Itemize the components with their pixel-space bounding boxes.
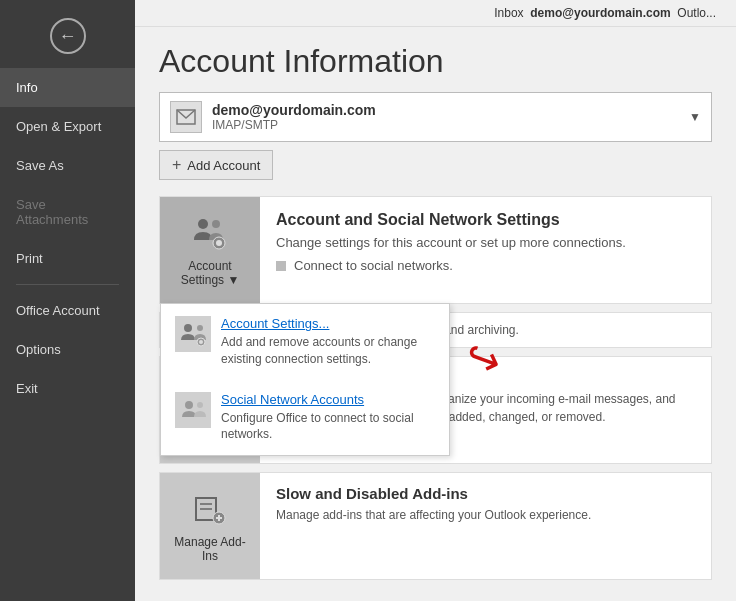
dropdown-item-account-settings[interactable]: Account Settings... Add and remove accou… — [161, 304, 449, 380]
svg-point-6 — [197, 325, 203, 331]
account-dropdown-arrow-icon[interactable]: ▼ — [689, 110, 701, 124]
content-area: demo@yourdomain.com IMAP/SMTP ▼ + Add Ac… — [135, 92, 736, 601]
account-settings-dropdown: Account Settings... Add and remove accou… — [160, 303, 450, 456]
svg-point-1 — [198, 219, 208, 229]
addins-icon — [190, 489, 230, 529]
account-settings-desc: Change settings for this account or set … — [276, 235, 695, 250]
addins-icon-box[interactable]: Manage Add-Ins — [160, 473, 260, 579]
sidebar-divider — [16, 284, 119, 285]
connect-social-text: Connect to social networks. — [294, 258, 453, 273]
inbox-label: Inbox — [494, 6, 523, 20]
sidebar-item-save-attachments: Save Attachments — [0, 185, 135, 239]
svg-point-10 — [197, 402, 203, 408]
account-settings-content: Account and Social Network Settings Chan… — [260, 197, 711, 303]
addins-svg-icon — [191, 490, 229, 528]
bullet-icon — [276, 261, 286, 271]
plus-icon: + — [172, 156, 181, 174]
addins-content: Slow and Disabled Add-ins Manage add-ins… — [260, 473, 711, 579]
back-button[interactable]: ← — [50, 18, 86, 54]
people-gear-icon — [190, 214, 230, 252]
sidebar-navigation: Info Open & Export Save As Save Attachme… — [0, 68, 135, 601]
account-settings-button[interactable]: AccountSettings ▼ — [160, 197, 260, 303]
sidebar: ← Info Open & Export Save As Save Attach… — [0, 0, 135, 601]
sidebar-item-options[interactable]: Options — [0, 330, 135, 369]
dropdown-social-network-text: Social Network Accounts Configure Office… — [221, 392, 435, 444]
social-network-icon — [179, 396, 207, 424]
addins-section: Manage Add-Ins Slow and Disabled Add-ins… — [159, 472, 712, 580]
top-bar-app: Outlo... — [677, 6, 716, 20]
sidebar-item-print[interactable]: Print — [0, 239, 135, 278]
account-settings-icon — [190, 213, 230, 253]
back-icon: ← — [59, 26, 77, 47]
dropdown-account-settings-desc: Add and remove accounts or change existi… — [221, 334, 435, 368]
add-account-label: Add Account — [187, 158, 260, 173]
connect-social-link[interactable]: Connect to social networks. — [276, 258, 695, 273]
page-title: Account Information — [135, 27, 736, 92]
svg-point-5 — [184, 324, 192, 332]
account-settings-title: Account and Social Network Settings — [276, 211, 695, 229]
account-selector[interactable]: demo@yourdomain.com IMAP/SMTP ▼ — [159, 92, 712, 142]
sidebar-item-save-as[interactable]: Save As — [0, 146, 135, 185]
sidebar-item-office-account[interactable]: Office Account — [0, 291, 135, 330]
dropdown-item-social-network[interactable]: Social Network Accounts Configure Office… — [161, 380, 449, 456]
addins-desc: Manage add-ins that are affecting your O… — [276, 506, 695, 524]
account-email: demo@yourdomain.com — [212, 102, 689, 118]
dropdown-social-network-desc: Configure Office to connect to social ne… — [221, 410, 435, 444]
addins-title: Slow and Disabled Add-ins — [276, 485, 695, 502]
dropdown-account-settings-text: Account Settings... Add and remove accou… — [221, 316, 435, 368]
dropdown-social-network-icon — [175, 392, 211, 428]
addins-label: Manage Add-Ins — [168, 535, 252, 563]
top-bar: Inbox demo@yourdomain.com Outlo... — [135, 0, 736, 27]
email-icon — [176, 107, 196, 127]
account-info: demo@yourdomain.com IMAP/SMTP — [212, 102, 689, 132]
sidebar-item-open-export[interactable]: Open & Export — [0, 107, 135, 146]
svg-point-4 — [216, 240, 222, 246]
add-account-button[interactable]: + Add Account — [159, 150, 273, 180]
dropdown-social-network-title[interactable]: Social Network Accounts — [221, 392, 435, 407]
main-content: Inbox demo@yourdomain.com Outlo... Accou… — [135, 0, 736, 601]
sidebar-item-info[interactable]: Info — [0, 68, 135, 107]
account-settings-label: AccountSettings ▼ — [181, 259, 240, 287]
account-type: IMAP/SMTP — [212, 118, 689, 132]
svg-point-8 — [199, 340, 203, 344]
sidebar-back[interactable]: ← — [0, 0, 135, 68]
svg-point-2 — [212, 220, 220, 228]
account-settings-section: AccountSettings ▼ Account and Social Net… — [159, 196, 712, 304]
people-gear-small-icon — [179, 320, 207, 348]
svg-point-9 — [185, 401, 193, 409]
top-bar-email: demo@yourdomain.com — [530, 6, 670, 20]
dropdown-account-settings-title[interactable]: Account Settings... — [221, 316, 435, 331]
sidebar-item-exit[interactable]: Exit — [0, 369, 135, 408]
account-icon — [170, 101, 202, 133]
dropdown-account-settings-icon — [175, 316, 211, 352]
